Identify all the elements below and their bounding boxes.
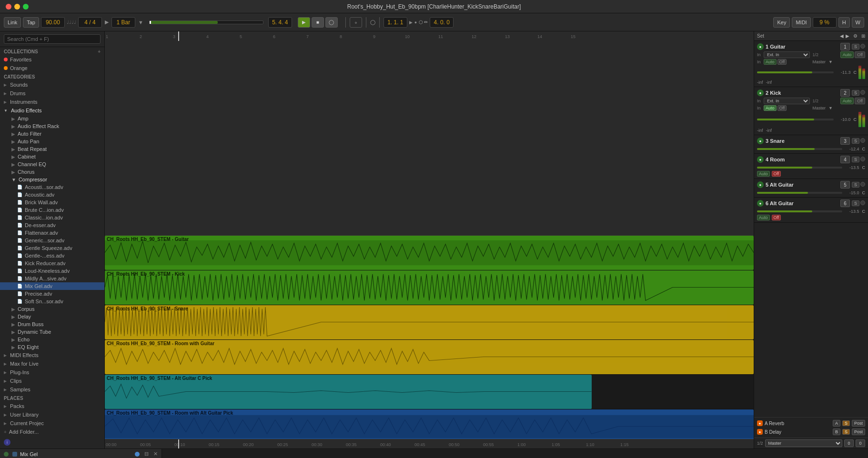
ch4-off[interactable]: Off — [772, 171, 781, 177]
ch4-num[interactable]: 4 — [840, 156, 850, 163]
sidebar-ae-compressor[interactable]: ▼ Compressor — [0, 176, 104, 183]
transport-pos-display[interactable]: 1. 1. 1 — [384, 17, 407, 28]
link-button[interactable]: Link — [4, 17, 21, 28]
ch2-input-select[interactable]: Ext. In — [764, 98, 810, 104]
return-a-post[interactable]: Post — [852, 420, 865, 427]
ch6-off[interactable]: Off — [772, 215, 781, 220]
sidebar-ae-auto-filter[interactable]: ▶ Auto Filter — [0, 130, 104, 138]
sidebar-ae-drum-buss[interactable]: ▶ Drum Buss — [0, 320, 104, 328]
ch2-s-btn[interactable]: S — [852, 90, 859, 96]
sidebar-preset-generic[interactable]: 📄 Generic...sor.adv — [0, 237, 104, 244]
track-waveform-1[interactable]: CH_Roots HH_Eb_90_STEM - Guitar — [105, 236, 754, 270]
return-b-s-btn[interactable]: S — [842, 429, 850, 435]
ch4-record-btn[interactable] — [860, 157, 865, 161]
sidebar-cat-midi-effects[interactable]: ▶ MIDI Effects — [0, 351, 104, 359]
sidebar-ae-delay[interactable]: ▶ Delay — [0, 313, 104, 320]
key-button[interactable]: Key — [773, 17, 790, 28]
sidebar-preset-acoustic[interactable]: 📄 Acoustic.adv — [0, 191, 104, 199]
sidebar-ae-chorus[interactable]: ▶ Chorus — [0, 168, 104, 176]
stop-button[interactable]: ■ — [312, 17, 324, 28]
sidebar-preset-mix-gel[interactable]: 📄 Mix Gel.adv — [0, 282, 104, 290]
ch2-fader[interactable] — [757, 119, 834, 120]
sidebar-preset-desser[interactable]: 📄 De-esser.adv — [0, 221, 104, 229]
ch1-auto-btn[interactable]: Auto — [840, 51, 854, 58]
ch2-auto-btn[interactable]: Auto — [840, 98, 854, 104]
ch3-active-icon[interactable]: ● — [757, 138, 764, 144]
track-waveform-5[interactable]: CH_Roots HH_Eb_90_STEM - Alt Guitar C Pi… — [105, 375, 754, 409]
ch5-num[interactable]: 5 — [840, 181, 850, 189]
master-num1[interactable]: 0 — [844, 439, 854, 447]
position-display[interactable]: 5. 4. 4 — [268, 17, 292, 28]
sidebar-preset-loud-kneeless[interactable]: 📄 Loud-Kneeless.adv — [0, 267, 104, 275]
track-waveform-2[interactable]: CH_Roots HH_Eb_90_STEM - Kick — [105, 270, 754, 305]
ch1-fader[interactable] — [757, 71, 834, 73]
ch1-active-icon[interactable]: ● — [757, 43, 764, 50]
track-waveform-6[interactable]: CH_Roots HH_Eb_90_STEM - Room with Alt G… — [105, 409, 754, 439]
sidebar-cat-plug-ins[interactable]: ▶ Plug-Ins — [0, 368, 104, 377]
sidebar-item-orange[interactable]: Orange — [0, 64, 104, 72]
ch1-num[interactable]: 1 — [840, 43, 850, 50]
sidebar-ae-echo[interactable]: ▶ Echo — [0, 336, 104, 343]
ch2-off-btn[interactable]: Off — [855, 98, 865, 104]
device-preset-icon[interactable] — [135, 452, 140, 457]
ch6-num[interactable]: 6 — [840, 199, 850, 207]
sidebar-place-packs[interactable]: ▶ Packs — [0, 402, 104, 410]
end-pos-display[interactable]: 4. 0. 0 — [430, 17, 454, 28]
ch4-active-icon[interactable]: ● — [757, 156, 764, 163]
sidebar-cat-samples[interactable]: ▶ Samples — [0, 385, 104, 394]
sidebar-ae-dynamic-tube[interactable]: ▶ Dynamic Tube — [0, 328, 104, 336]
sidebar-preset-classic[interactable]: 📄 Classic...ion.adv — [0, 214, 104, 221]
ch2-num[interactable]: 2 — [840, 89, 850, 97]
bpm-display[interactable]: 90.00 — [41, 17, 65, 28]
ch1-s-btn[interactable]: S — [852, 44, 859, 50]
sidebar-cat-max-for-live[interactable]: ▶ Max for Live — [0, 359, 104, 368]
mixer-grid-icon[interactable]: ⊞ — [861, 33, 865, 39]
sidebar-ae-audio-rack[interactable]: ▶ Audio Effect Rack — [0, 122, 104, 130]
sidebar-ae-corpus[interactable]: ▶ Corpus — [0, 305, 104, 313]
ch4-fader[interactable] — [757, 167, 842, 169]
sidebar-preset-brickwall[interactable]: 📄 Brick Wall.adv — [0, 199, 104, 206]
ch2-in-off[interactable]: Off — [777, 105, 787, 111]
sidebar-place-add-folder[interactable]: + Add Folder... — [0, 428, 104, 436]
midi-button[interactable]: MIDI — [792, 17, 810, 28]
sidebar-preset-gentle-squeeze[interactable]: 📄 Gentle Squeeze.adv — [0, 244, 104, 252]
ch4-s-btn[interactable]: S — [852, 157, 859, 162]
ch5-record-btn[interactable] — [860, 182, 865, 187]
sidebar-ae-cabinet[interactable]: ▶ Cabinet — [0, 153, 104, 160]
loop-length-display[interactable]: 1 Bar — [111, 17, 135, 28]
sidebar-cat-sounds[interactable]: ▶ Sounds — [0, 80, 104, 89]
time-sig-display[interactable]: 4 / 4 — [78, 17, 102, 28]
ch3-s-btn[interactable]: S — [852, 138, 859, 144]
return-a-btn[interactable]: A — [833, 420, 840, 427]
ch6-fader[interactable] — [757, 210, 842, 212]
ch2-record-btn[interactable] — [860, 90, 865, 95]
ch4-auto[interactable]: Auto — [757, 171, 770, 177]
sidebar-place-current-project[interactable]: ▶ Current Projec — [0, 419, 104, 428]
sidebar-ae-beat-repeat[interactable]: ▶ Beat Repeat — [0, 145, 104, 153]
sidebar-preset-gentle-ess[interactable]: 📄 Gentle-...ess.adv — [0, 252, 104, 259]
mixer-nav-right[interactable]: ▶ — [846, 33, 849, 39]
sidebar-preset-mildly-aggressive[interactable]: 📄 Mildly A...sive.adv — [0, 275, 104, 282]
device-power-icon[interactable] — [4, 452, 9, 457]
ch5-s-btn[interactable]: S — [852, 182, 859, 188]
mixer-settings-icon[interactable]: ⚙ — [853, 33, 858, 39]
sidebar-cat-drums[interactable]: ▶ Drums — [0, 89, 104, 98]
expand-device-icon[interactable]: ⊟ — [144, 451, 149, 457]
ch6-auto[interactable]: Auto — [757, 215, 770, 220]
ch2-in-auto[interactable]: Auto — [764, 105, 777, 111]
sidebar-item-favorites[interactable]: Favorites — [0, 55, 104, 64]
ch5-fader[interactable] — [757, 192, 842, 194]
minimize-button[interactable] — [14, 4, 20, 10]
sidebar-preset-kick-reducer[interactable]: 📄 Kick Reducer.adv — [0, 259, 104, 267]
sidebar-cat-audio-effects[interactable]: ▼ Audio Effects — [0, 106, 104, 115]
sidebar-preset-soft-sn[interactable]: 📄 Soft Sn...sor.adv — [0, 298, 104, 305]
sidebar-ae-amp[interactable]: ▶ Amp — [0, 115, 104, 122]
timeline-ruler[interactable]: 1 2 3 4 5 6 7 8 9 10 11 12 13 14 15 — [105, 31, 754, 236]
ch6-active-icon[interactable]: ● — [757, 200, 764, 207]
maximize-button[interactable] — [23, 4, 29, 10]
ch1-input-select[interactable]: Ext. In — [764, 51, 810, 58]
sidebar-cat-instruments[interactable]: ▶ Instruments — [0, 98, 104, 106]
sidebar-preset-precise[interactable]: 📄 Precise.adv — [0, 290, 104, 298]
ch3-fader[interactable] — [757, 148, 842, 150]
sidebar-preset-flattenator[interactable]: 📄 Flattenaor.adv — [0, 229, 104, 237]
